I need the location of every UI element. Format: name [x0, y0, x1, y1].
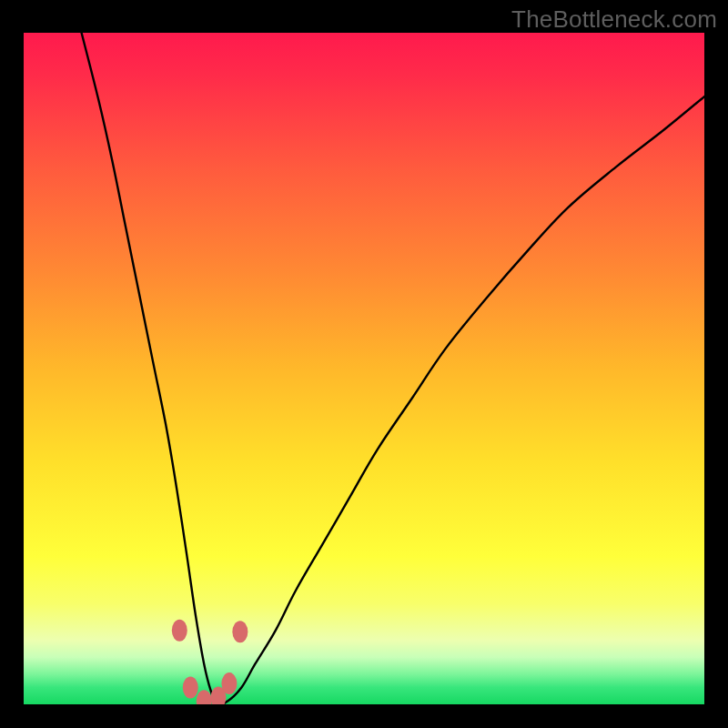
curve-marker — [183, 677, 198, 699]
curve-marker — [232, 621, 248, 642]
curve-marker — [197, 690, 212, 704]
chart-stage: TheBottleneck.com — [0, 0, 728, 728]
highlight-markers — [24, 33, 704, 704]
curve-marker — [221, 672, 237, 694]
plot-area — [24, 33, 704, 704]
watermark-text: TheBottleneck.com — [511, 5, 717, 34]
curve-marker — [172, 620, 187, 642]
